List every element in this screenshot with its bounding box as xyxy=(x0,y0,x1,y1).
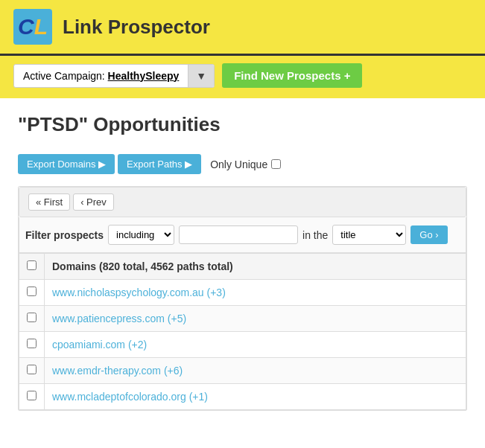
row-checkbox-cell xyxy=(19,358,45,384)
filter-label: Filter prospects xyxy=(25,229,104,241)
row-checkbox[interactable] xyxy=(27,339,37,348)
export-bar: Export Domains ▶ Export Paths ▶ Only Uni… xyxy=(18,154,467,174)
prospect-link[interactable]: cpoamiami.com (+2) xyxy=(52,339,147,351)
active-campaign-name: HealthySleepy xyxy=(108,70,180,82)
prospect-link[interactable]: www.mcladeptofcolorado.org (+1) xyxy=(52,391,208,403)
row-checkbox-cell xyxy=(19,384,45,410)
filter-field-select[interactable]: title url description anchor text xyxy=(332,225,406,245)
select-all-checkbox[interactable] xyxy=(27,260,37,270)
prev-page-button[interactable]: ‹ Prev xyxy=(73,193,114,211)
only-unique-checkbox[interactable] xyxy=(271,159,281,169)
prospect-link-cell: www.emdr-therapy.com (+6) xyxy=(45,358,466,384)
toolbar: Active Campaign: HealthySleepy ▼ Find Ne… xyxy=(0,56,485,98)
logo-l: L xyxy=(34,16,48,38)
row-checkbox[interactable] xyxy=(27,313,37,322)
filter-text-input[interactable] xyxy=(179,225,298,244)
prospect-link-cell: www.patiencepress.com (+5) xyxy=(45,306,466,332)
table-row: www.patiencepress.com (+5) xyxy=(19,306,466,332)
filter-including-select[interactable]: including excluding xyxy=(108,225,174,245)
app-logo: CL xyxy=(13,9,52,45)
row-checkbox[interactable] xyxy=(27,287,37,296)
header-checkbox-cell xyxy=(19,254,45,280)
prospect-link-cell: cpoamiami.com (+2) xyxy=(45,332,466,358)
domains-header: Domains (820 total, 4562 paths total) xyxy=(45,254,466,280)
table-header-row: Domains (820 total, 4562 paths total) xyxy=(19,254,466,280)
prospects-table-wrapper: « First ‹ Prev Filter prospects includin… xyxy=(18,186,467,411)
table-row: www.emdr-therapy.com (+6) xyxy=(19,358,466,384)
find-prospects-button[interactable]: Find New Prospects + xyxy=(222,63,362,88)
campaign-selector: Active Campaign: HealthySleepy ▼ xyxy=(13,64,215,88)
row-checkbox-cell xyxy=(19,332,45,358)
active-campaign-prefix: Active Campaign: xyxy=(23,70,108,82)
logo-c: C xyxy=(18,16,34,38)
table-row: www.nicholaspsychology.com.au (+3) xyxy=(19,280,466,306)
active-campaign-label: Active Campaign: HealthySleepy xyxy=(14,65,188,87)
row-checkbox[interactable] xyxy=(27,391,37,400)
export-domains-button[interactable]: Export Domains ▶ xyxy=(18,154,115,174)
prospect-link[interactable]: www.patiencepress.com (+5) xyxy=(52,313,186,324)
prospects-table: Domains (820 total, 4562 paths total) ww… xyxy=(19,253,466,410)
filter-row: Filter prospects including excluding in … xyxy=(19,217,466,253)
table-row: cpoamiami.com (+2) xyxy=(19,332,466,358)
row-checkbox-cell xyxy=(19,306,45,332)
row-checkbox[interactable] xyxy=(27,365,37,374)
table-row: www.mcladeptofcolorado.org (+1) xyxy=(19,384,466,410)
filter-go-button[interactable]: Go › xyxy=(410,225,447,244)
export-paths-button[interactable]: Export Paths ▶ xyxy=(118,154,201,174)
app-header: CL Link Prospector xyxy=(0,0,485,56)
app-title: Link Prospector xyxy=(63,16,210,39)
page-title: "PTSD" Opportunities xyxy=(18,113,467,136)
prospect-link[interactable]: www.emdr-therapy.com (+6) xyxy=(52,365,183,377)
only-unique-text: Only Unique xyxy=(210,159,267,170)
main-content: "PTSD" Opportunities Export Domains ▶ Ex… xyxy=(0,98,485,426)
pagination-bar: « First ‹ Prev xyxy=(19,187,466,217)
prospect-link-cell: www.nicholaspsychology.com.au (+3) xyxy=(45,280,466,306)
in-the-label: in the xyxy=(302,229,328,241)
first-page-button[interactable]: « First xyxy=(28,193,70,211)
only-unique-label[interactable]: Only Unique xyxy=(210,159,281,170)
prospect-link[interactable]: www.nicholaspsychology.com.au (+3) xyxy=(52,287,226,298)
prospect-link-cell: www.mcladeptofcolorado.org (+1) xyxy=(45,384,466,410)
row-checkbox-cell xyxy=(19,280,45,306)
campaign-dropdown-button[interactable]: ▼ xyxy=(188,65,214,87)
